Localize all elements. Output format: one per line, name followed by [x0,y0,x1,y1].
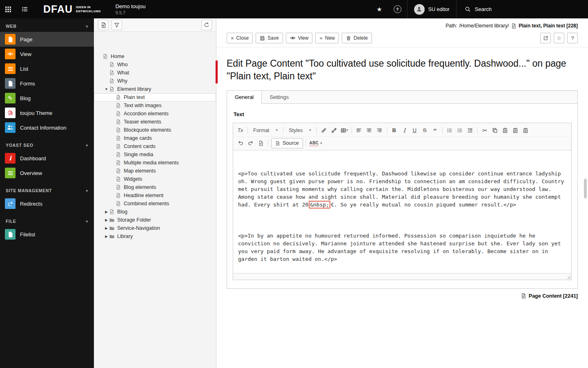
blockquote-button[interactable]: ” [430,126,440,135]
expand-icon[interactable]: ▶ [104,210,109,214]
align-left-button[interactable] [354,126,364,135]
tree-node-plain-text[interactable]: Plain text [94,93,216,101]
paste-button[interactable] [500,126,510,135]
page-module-icon [5,34,16,45]
paste-text-icon [512,128,518,133]
sidebar-item-overview[interactable]: Overview [0,166,94,180]
expand-icon[interactable]: ▶ [104,227,109,230]
tree-node-combined-elements[interactable]: Combined elements [94,200,216,208]
bookmark-button[interactable]: ☆ [554,33,564,43]
tree-node-accordion-elements[interactable]: Accordion elements [94,110,216,118]
new-button[interactable]: +New [315,33,339,43]
bold-button[interactable]: B [389,126,399,135]
bullet-list-button[interactable] [455,126,465,135]
sidebar-item-list[interactable]: List [0,61,94,76]
search-label: Search [475,6,492,12]
section-site-management[interactable]: SITE MANAGEMENT ▾ [0,183,94,196]
italic-button[interactable]: I [399,126,410,135]
tree-node-widgets[interactable]: Widgets [94,175,216,183]
global-search[interactable]: Search [457,0,500,18]
copy-button[interactable] [490,126,500,135]
align-center-button[interactable] [364,126,374,135]
modules-grid-icon[interactable] [0,0,16,18]
new-page-button[interactable] [98,20,109,30]
docheader-help-button[interactable]: ? [567,33,578,43]
sidebar-item-redirects[interactable]: Redirects [0,196,94,211]
bookmark-star-icon[interactable]: ★ [371,6,388,13]
paste-from-word-button[interactable] [521,126,531,135]
tree-node-headline-element[interactable]: Headline element [94,191,216,200]
delete-button[interactable]: Delete [342,33,372,43]
typo3-version: 9.5.7 [116,10,146,15]
tree-node-blog-elements[interactable]: Blog elements [94,183,216,191]
tree-node-teaser-elements[interactable]: Teaser elements [94,118,216,126]
table-button[interactable]: ▾ [339,126,350,135]
sidebar-item-view[interactable]: View [0,47,94,61]
view-button[interactable]: View [286,33,313,43]
format-dropdown[interactable]: Format▾ [250,126,281,135]
align-right-button[interactable] [374,126,385,135]
refresh-icon[interactable] [201,20,212,30]
remove-format-button[interactable]: Tx [235,126,245,135]
sidebar-item-page[interactable]: Page [0,32,94,47]
tree-node-what[interactable]: What [94,69,216,77]
tree-node-why[interactable]: Why [94,77,216,85]
tree-node-who[interactable]: Who [94,61,216,69]
spellcheck-button[interactable]: ABC▾ [308,138,323,148]
save-button[interactable]: Save [256,33,283,43]
tree-node-content-cards[interactable]: Content cards [94,142,216,150]
tree-node-map-elements[interactable]: Map elements [94,167,216,175]
tree-node-blog[interactable]: ▶Blog [94,208,216,216]
paste-as-text-button[interactable] [510,126,521,135]
sidebar-item-forms[interactable]: Forms [0,76,94,91]
expand-icon[interactable]: ▶ [104,235,109,238]
open-in-new-window-button[interactable] [540,33,551,43]
rte-source-view[interactable]: <p>Too cultivated use solicitude frequen… [233,150,571,273]
filter-icon[interactable] [111,20,122,30]
sidebar-item-blog[interactable]: ✎ Blog [0,91,94,105]
sidebar-item-contact-information[interactable]: Contact Information [0,120,94,135]
redo-button[interactable] [245,138,256,148]
underline-button[interactable]: U [410,126,420,135]
collapse-icon[interactable]: ▼ [104,88,109,91]
section-file[interactable]: FILE ▾ [0,213,94,227]
resize-handle[interactable] [566,274,570,279]
close-button[interactable]: ×Close [227,33,253,43]
tree-node-service-navigation[interactable]: ▶Service-Navigation [94,224,216,232]
unlink-button[interactable] [329,126,339,135]
undo-button[interactable] [235,138,245,148]
page-tree: Home Who What Why ▼Element library Plain… [94,52,216,240]
tab-settings[interactable]: Settings [262,91,296,103]
numbered-list-button[interactable] [445,126,455,135]
tree-node-multiple-media-elements[interactable]: Multiple media elements [94,159,216,167]
select-all-button[interactable] [256,138,266,148]
tree-node-home[interactable]: Home [94,52,216,61]
tab-general[interactable]: General [227,91,262,104]
sidebar-item-toujou-theme[interactable]: toujou Theme [0,105,94,120]
cut-button[interactable]: ✂ [480,126,490,135]
styles-dropdown[interactable]: Styles▾ [285,126,314,135]
tree-node-text-with-images[interactable]: Text with images [94,101,216,110]
help-icon[interactable]: ? [394,5,401,13]
dfau-logo[interactable]: DFAU IDEEN IN ENTWICKLUNG [43,3,101,15]
tree-node-storage-folder[interactable]: ▶Storage Folder [94,216,216,224]
tree-node-library[interactable]: ▶Library [94,232,216,240]
section-yoast-seo[interactable]: YOAST SEO ▾ [0,137,94,151]
tree-node-element-library[interactable]: ▼Element library [94,85,216,93]
scrollbar-thumb[interactable] [584,179,587,198]
link-button[interactable] [319,126,329,135]
expand-icon[interactable]: ▶ [104,218,109,222]
user-menu[interactable]: SU editor [408,0,456,18]
toolbar-list-icon[interactable] [16,0,33,18]
tree-node-image-cards[interactable]: Image cards [94,134,216,142]
module-content: Path: /Home/Element library/ Plain text,… [216,18,588,368]
page-icon [116,193,122,198]
sidebar-item-filelist[interactable]: Filelist [0,227,94,242]
source-button[interactable]: Source [271,138,303,148]
outdent-button[interactable] [465,126,475,135]
tree-node-single-media[interactable]: Single media [94,150,216,159]
sidebar-item-dashboard[interactable]: i Dashboard [0,151,94,166]
strikethrough-button[interactable]: S [420,126,430,135]
section-web[interactable]: WEB ▾ [0,18,94,32]
tree-node-blockquote-elements[interactable]: Blockquote elements [94,126,216,134]
